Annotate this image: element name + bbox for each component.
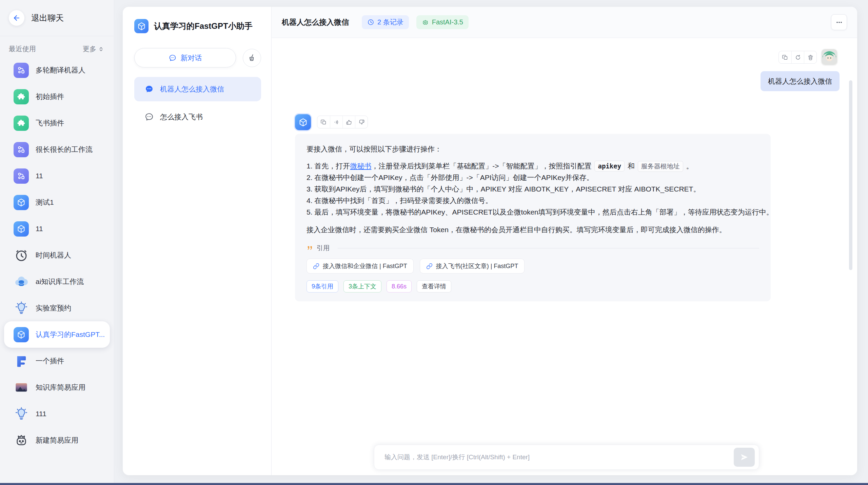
cube-app-icon (134, 19, 149, 33)
message-input[interactable] (384, 453, 734, 461)
citation-link[interactable]: 接入飞书(社区文章) | FastGPT (420, 259, 525, 274)
thumbs-down-button[interactable] (355, 116, 368, 128)
user-message-bubble: 机器人怎么接入微信 (761, 71, 840, 91)
photo-icon (14, 380, 29, 395)
app-item-label: 很长很长的工作流 (36, 145, 93, 154)
exit-chat-button[interactable] (9, 10, 24, 26)
assistant-message-actions (317, 116, 368, 128)
sidebar-app-item[interactable]: 111 (4, 401, 110, 427)
copy-button[interactable] (317, 116, 330, 128)
new-chat-label: 新对话 (181, 53, 202, 63)
sidebar-app-item[interactable]: 11 (4, 216, 110, 242)
sidebar-app-item[interactable]: 时间机器人 (4, 242, 110, 268)
user-avatar-image (822, 49, 837, 65)
response-meta-chip[interactable]: 3条上下文 (343, 280, 381, 292)
chat-history-item[interactable]: 怎么接入飞书 (134, 105, 261, 129)
sidebar-app-item[interactable]: 11 (4, 163, 110, 189)
chat-header: 机器人怎么接入微信 2 条记录 FastAI-3.5 (272, 7, 857, 38)
regenerate-button[interactable] (791, 51, 804, 63)
read-aloud-icon (333, 119, 340, 125)
app-header: 认真学习的FastGPT小助手 (134, 19, 261, 33)
chat-messages: 机器人怎么接入微信 要接入微信，可以按照以下步骤进行操作： 1. 首先，打开微秘… (272, 38, 857, 475)
response-meta: 9条引用 3条上下文 8.66s 查看详情 (307, 280, 759, 292)
app-item-label: 新建简易应用 (36, 436, 78, 445)
sidebar-app-item[interactable]: 新建简易应用 (4, 427, 110, 453)
inline-link[interactable]: 微秘书 (350, 162, 371, 170)
clear-history-button[interactable] (243, 49, 261, 67)
sidebar-app-item[interactable]: 初始插件 (4, 83, 110, 110)
copy-button[interactable] (779, 51, 791, 63)
answer-step-line: 3. 获取到APIKey后，填写到微秘书的「个人中心」中，APIKEY 对应 A… (307, 183, 759, 195)
sidebar-app-item[interactable]: 很长很长的工作流 (4, 136, 110, 163)
answer-intro: 要接入微信，可以按照以下步骤进行操作： (307, 143, 759, 155)
bulb-icon (14, 301, 29, 316)
plugin-icon (14, 89, 29, 104)
assistant-message-bubble: 要接入微信，可以按照以下步骤进行操作： 1. 首先，打开微秘书，注册登录后找到菜… (295, 134, 771, 301)
chat-bubble-icon (169, 54, 177, 62)
user-avatar (822, 49, 837, 65)
app-item-label: 多轮翻译机器人 (36, 65, 85, 75)
send-icon (739, 452, 749, 462)
sidebar-app-item[interactable]: ai知识库工作流 (4, 268, 110, 295)
ellipsis-icon (835, 18, 843, 26)
sidebar-app-item[interactable]: 知识库简易应用 (4, 374, 110, 401)
workflow-icon (14, 168, 29, 184)
response-meta-chip[interactable]: 查看详情 (417, 280, 451, 292)
sidebar-app-item[interactable]: 测试1 (4, 189, 110, 216)
app-item-label: 测试1 (36, 198, 54, 207)
sidebar-app-item[interactable]: 一个插件 (4, 348, 110, 374)
retry-icon (795, 54, 801, 61)
fastgpt-icon (14, 353, 29, 369)
link-icon (426, 263, 433, 269)
app-item-label: 实验室预约 (36, 303, 71, 313)
citations-header: 引用 (307, 244, 759, 252)
scrollbar[interactable] (849, 80, 852, 270)
app-item-label: 一个插件 (36, 356, 64, 366)
knowledge-icon (14, 274, 29, 289)
divider (338, 248, 759, 248)
records-badge: 2 条记录 (362, 15, 409, 29)
chat-outline-icon (144, 112, 154, 122)
chat-filled-icon (144, 84, 154, 94)
chat-history-item[interactable]: 机器人怎么接入微信 (134, 77, 261, 101)
read-aloud-button[interactable] (330, 116, 342, 128)
chat-panel: 机器人怎么接入微信 2 条记录 FastAI-3.5 (272, 7, 857, 475)
app-item-label: 飞书插件 (36, 118, 64, 128)
quote-icon (307, 245, 313, 251)
clock-icon (14, 248, 29, 263)
chat-more-button[interactable] (831, 14, 847, 30)
assistant-avatar (295, 114, 311, 130)
copy-icon (782, 54, 788, 61)
new-chat-button[interactable]: 新对话 (134, 48, 236, 67)
recent-label: 最近使用 (9, 44, 36, 54)
thumbs-down-icon (358, 119, 365, 125)
workflow-icon (14, 63, 29, 78)
app-sidebar: 退出聊天 最近使用 更多 多轮翻译机器人 初始插件 飞书插件 (0, 0, 114, 483)
sidebar-app-item[interactable]: 飞书插件 (4, 110, 110, 136)
cube-icon (14, 221, 29, 237)
history-item-label: 机器人怎么接入微信 (160, 84, 224, 94)
sidebar-app-item[interactable]: 实验室预约 (4, 295, 110, 321)
send-button[interactable] (734, 448, 755, 467)
app-item-label: 11 (36, 172, 43, 180)
app-item-label: 时间机器人 (36, 250, 71, 260)
response-meta-chip[interactable]: 8.66s (387, 280, 412, 292)
citation-link[interactable]: 接入微信和企业微信 | FastGPT (307, 259, 414, 274)
delete-button[interactable] (804, 51, 816, 63)
robot-icon (14, 433, 29, 448)
thumbs-up-button[interactable] (342, 116, 355, 128)
app-item-label: 111 (36, 410, 46, 418)
cube-icon (14, 195, 29, 210)
sidebar-app-item[interactable]: 多轮翻译机器人 (4, 57, 110, 83)
more-button[interactable]: 更多 (83, 44, 104, 54)
response-meta-chip[interactable]: 9条引用 (307, 280, 338, 292)
app-item-label: ai知识库工作流 (36, 277, 84, 286)
workflow-icon (14, 142, 29, 157)
app-item-label: 认真学习的FastGPT... (36, 330, 105, 339)
sidebar-app-item[interactable]: 认真学习的FastGPT... (4, 321, 110, 348)
broom-icon (248, 54, 256, 62)
more-label: 更多 (83, 44, 96, 54)
app-item-label: 初始插件 (36, 92, 64, 101)
robot-icon (422, 19, 429, 26)
sidebar-header: 退出聊天 (0, 0, 114, 36)
